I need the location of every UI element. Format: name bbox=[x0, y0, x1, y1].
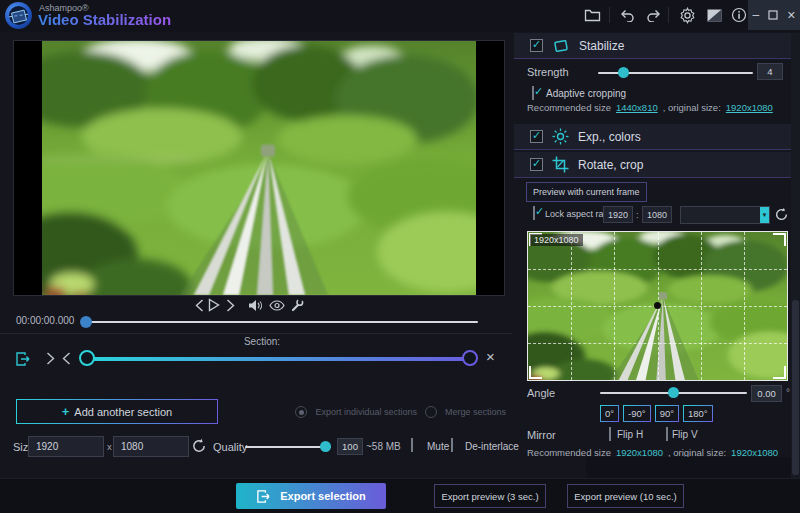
original-size-link[interactable]: 1920x1080 bbox=[726, 102, 773, 113]
size-separator: x bbox=[107, 441, 112, 452]
crop-handle-top-right[interactable] bbox=[773, 233, 786, 246]
rotate-90-button[interactable]: 90° bbox=[655, 405, 679, 422]
theme-toggle-button[interactable] bbox=[703, 0, 725, 30]
rotate-180-button[interactable]: 180° bbox=[683, 405, 713, 422]
preview-current-frame-button[interactable]: Preview with current frame bbox=[526, 182, 647, 202]
stabilize-section-header[interactable]: Stabilize bbox=[514, 33, 791, 59]
preview-current-frame-label: Preview with current frame bbox=[533, 187, 640, 197]
close-button[interactable]: × bbox=[787, 8, 795, 22]
preview-toggle-button[interactable] bbox=[266, 296, 288, 314]
export-section-button[interactable] bbox=[15, 351, 33, 367]
radio-export-individual[interactable] bbox=[295, 406, 307, 418]
plus-icon: + bbox=[62, 404, 70, 419]
reset-crop-button[interactable] bbox=[774, 207, 789, 222]
app-window: Ashampoo® Video Stabilization – × bbox=[0, 0, 800, 513]
reset-icon bbox=[191, 438, 207, 454]
export-preview-3s-label: Export preview (3 sec.) bbox=[441, 491, 538, 502]
crop-center-handle[interactable] bbox=[654, 302, 661, 309]
exposure-colors-section-header[interactable]: Exp., colors bbox=[514, 124, 791, 150]
undo-button[interactable] bbox=[616, 0, 638, 30]
quality-slider[interactable] bbox=[245, 446, 331, 448]
section-step-forward-button[interactable] bbox=[46, 352, 55, 365]
wrench-icon bbox=[290, 298, 304, 312]
lock-aspect-ratio-checkbox[interactable] bbox=[533, 206, 535, 220]
section-end-handle[interactable] bbox=[462, 350, 478, 366]
rotate-minus90-button[interactable]: -90° bbox=[623, 405, 651, 422]
settings-button[interactable] bbox=[676, 0, 698, 30]
playhead-timestamp: 00:00:00.000 bbox=[16, 315, 74, 326]
redo-icon bbox=[646, 9, 662, 22]
rotate-0-button[interactable]: 0° bbox=[600, 405, 619, 422]
quality-value[interactable]: 100 bbox=[337, 438, 363, 455]
adaptive-cropping-label: Adaptive cropping bbox=[546, 88, 626, 99]
strength-value[interactable]: 4 bbox=[757, 63, 783, 80]
next-frame-button[interactable] bbox=[219, 296, 241, 314]
video-player[interactable] bbox=[13, 40, 505, 296]
add-section-label: Add another section bbox=[74, 406, 172, 418]
rotate-90-label: 90° bbox=[660, 408, 674, 419]
minimize-button[interactable]: – bbox=[753, 9, 760, 21]
playback-slider-handle[interactable] bbox=[80, 316, 92, 328]
playback-slider[interactable] bbox=[85, 321, 478, 323]
rotate-crop-section-header[interactable]: Rotate, crop bbox=[514, 152, 791, 178]
panel-scrollbar[interactable] bbox=[791, 33, 800, 478]
section-range-slider[interactable] bbox=[86, 357, 477, 361]
flip-h-checkbox[interactable] bbox=[609, 427, 611, 441]
video-frame-image bbox=[42, 41, 476, 295]
aspect-ratio-dropdown[interactable]: ▼ bbox=[680, 206, 770, 224]
strength-slider-handle[interactable] bbox=[618, 67, 629, 78]
crop-handle-bottom-right[interactable] bbox=[773, 366, 786, 379]
section-export-mode: Export individual sections Merge section… bbox=[270, 404, 506, 420]
section-start-handle[interactable] bbox=[79, 350, 95, 366]
angle-label: Angle bbox=[527, 387, 555, 399]
export-selection-button[interactable]: Export selection bbox=[236, 483, 386, 509]
open-file-button[interactable] bbox=[581, 0, 603, 30]
adaptive-cropping-checkbox[interactable] bbox=[532, 86, 534, 100]
recommended-size-link[interactable]: 1440x810 bbox=[616, 102, 658, 113]
maximize-button[interactable] bbox=[768, 10, 778, 20]
angle-unit: ° bbox=[786, 387, 790, 398]
crop-handle-bottom-left[interactable] bbox=[529, 366, 542, 379]
crop-preview[interactable]: 1920x1080 bbox=[527, 231, 788, 381]
toolbar-separator bbox=[668, 7, 669, 23]
flip-v-label: Flip V bbox=[672, 429, 698, 440]
quality-slider-handle[interactable] bbox=[320, 441, 331, 452]
info-button[interactable] bbox=[728, 0, 750, 30]
angle-value[interactable]: 0.00 bbox=[751, 385, 782, 402]
radio-export-individual-label: Export individual sections bbox=[315, 407, 417, 417]
speaker-icon bbox=[248, 299, 263, 312]
panel-scrollbar-thumb[interactable] bbox=[792, 300, 799, 475]
export-preview-3s-button[interactable]: Export preview (3 sec.) bbox=[434, 484, 546, 508]
redo-button[interactable] bbox=[643, 0, 665, 30]
aspect-width-input[interactable] bbox=[603, 206, 633, 223]
reset-size-button[interactable] bbox=[191, 438, 207, 454]
panel-next-section-edge bbox=[586, 457, 791, 478]
output-height-input[interactable] bbox=[113, 436, 189, 457]
tools-button[interactable] bbox=[286, 296, 308, 314]
eye-icon bbox=[269, 300, 285, 311]
file-size-estimate: ~58 MB bbox=[366, 441, 401, 452]
aspect-height-input[interactable] bbox=[642, 206, 672, 223]
radio-merge-sections[interactable] bbox=[425, 406, 437, 418]
rotate-crop-checkbox[interactable] bbox=[530, 158, 543, 171]
rotate-crop-title: Rotate, crop bbox=[578, 158, 643, 172]
exposure-colors-checkbox[interactable] bbox=[530, 130, 543, 143]
mute-checkbox[interactable] bbox=[411, 438, 413, 452]
rotation-buttons: 0° -90° 90° 180° bbox=[600, 405, 713, 422]
deinterlace-checkbox[interactable] bbox=[451, 438, 453, 452]
rotate-0-label: 0° bbox=[605, 408, 614, 419]
mirror-label: Mirror bbox=[527, 429, 556, 441]
export-preview-10s-button[interactable]: Export preview (10 sec.) bbox=[567, 484, 684, 508]
section-step-back-button[interactable] bbox=[62, 352, 71, 365]
stabilize-enabled-checkbox[interactable] bbox=[530, 39, 543, 52]
add-section-button[interactable]: + Add another section bbox=[16, 399, 218, 424]
output-width-input[interactable] bbox=[28, 436, 104, 457]
recommended-size-label: Recommended size bbox=[527, 102, 611, 113]
angle-slider-handle[interactable] bbox=[668, 387, 679, 398]
folder-icon bbox=[584, 8, 601, 22]
remove-section-button[interactable]: × bbox=[486, 348, 495, 365]
flip-v-checkbox[interactable] bbox=[666, 427, 668, 441]
stabilize-icon bbox=[552, 38, 570, 54]
volume-button[interactable] bbox=[244, 296, 266, 314]
stabilize-size-info: Recommended size 1440x810 , original siz… bbox=[527, 102, 773, 113]
